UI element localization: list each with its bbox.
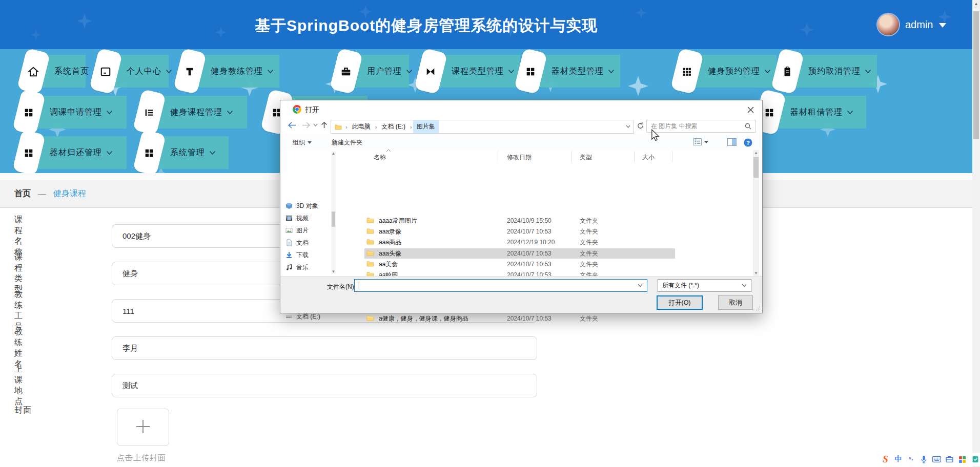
search-input[interactable]: 在 图片集 中搜索 — [646, 120, 756, 133]
file-date: 2024/10/7 10:53 — [507, 261, 552, 268]
breadcrumb-home[interactable]: 首页 — [14, 188, 31, 199]
user-menu[interactable]: admin — [877, 9, 946, 40]
nav-item-健身课程管理[interactable]: 健身课程管理 — [137, 96, 247, 129]
file-row-a健康，健身，健身课，健身商品[interactable]: a健康，健身，健身课，健身商品 2024/10/7 10:53 文件夹 — [364, 313, 675, 324]
column-date[interactable]: 修改日期 — [507, 153, 532, 162]
nav-item-健身教练管理[interactable]: 健身教练管理 — [178, 55, 279, 88]
column-name[interactable]: 名称 — [374, 153, 386, 162]
file-row-aaaa常用图片[interactable]: aaaa常用图片 2024/10/9 15:50 文件夹 — [364, 216, 675, 226]
tray-corner-icon[interactable] — [970, 454, 980, 465]
image-icon — [285, 227, 293, 234]
file-date: 2024/10/7 10:53 — [507, 315, 552, 322]
file-date: 2024/12/19 10:20 — [507, 239, 555, 246]
sidebar-item-图片[interactable]: 图片 — [285, 225, 309, 236]
new-folder-button[interactable]: 新建文件夹 — [332, 138, 362, 147]
forward-icon[interactable] — [302, 121, 311, 129]
nav-item-用户管理[interactable]: 用户管理 — [334, 55, 409, 88]
address-segment-此电脑[interactable]: 此电脑 — [349, 120, 374, 133]
cancel-button[interactable]: 取消 — [718, 295, 753, 310]
grid4-icon — [764, 107, 775, 118]
file-row-aaa头像[interactable]: aaa头像 2024/10/7 10:53 文件夹 — [364, 248, 675, 259]
address-segment-图片集[interactable]: 图片集 — [413, 120, 439, 133]
open-button[interactable]: 打开(O) — [657, 295, 703, 310]
nav-item-器材租借管理[interactable]: 器材租借管理 — [758, 96, 866, 129]
history-chevron-icon[interactable] — [313, 123, 318, 127]
sidebar-item-3D 对象[interactable]: 3D 对象 — [285, 201, 318, 211]
punctuation-icon[interactable]: °· — [906, 454, 916, 465]
chinese-mode-icon[interactable]: 中 — [893, 454, 903, 465]
folder-icon — [331, 124, 344, 130]
chevron-down-icon — [166, 69, 172, 74]
field-input-教练姓名[interactable]: 李月 — [112, 336, 537, 360]
username[interactable]: admin — [905, 19, 933, 31]
plus-icon — [142, 420, 144, 433]
dialog-titlebar[interactable]: 打开 — [280, 100, 762, 119]
page-scrollbar[interactable]: ▲ — [972, 0, 980, 467]
field-label: 教练姓名 — [14, 336, 23, 360]
clipboard-icon — [782, 66, 793, 77]
cube-icon — [285, 202, 293, 209]
resize-grip[interactable] — [755, 306, 760, 311]
view-mode-button[interactable] — [693, 138, 708, 145]
sidebar-item-视频[interactable]: 视频 — [285, 213, 309, 223]
address-bar[interactable]: › 此电脑› 文档 (E:)› 图片集 — [331, 120, 634, 134]
microphone-icon[interactable] — [919, 454, 929, 465]
breadcrumb-current[interactable]: 健身课程 — [53, 188, 86, 199]
nav-item-预约取消管理[interactable]: 预约取消管理 — [775, 55, 877, 88]
sidebar-item-文档 (E:)[interactable]: 文档 (E:) — [285, 311, 320, 322]
file-row-aaa录像[interactable]: aaa录像 2024/10/7 10:53 文件夹 — [364, 226, 675, 237]
download-icon — [285, 251, 293, 259]
refresh-icon[interactable] — [637, 122, 644, 130]
keyboard-icon[interactable] — [932, 454, 942, 465]
filename-input[interactable] — [354, 279, 647, 292]
text-caret — [358, 282, 358, 289]
sidebar-item-文档[interactable]: 文档 — [285, 238, 309, 248]
nav-item-label: 器材租借管理 — [790, 96, 853, 129]
file-row-aaa商品[interactable]: aaa商品 2024/12/19 10:20 文件夹 — [364, 237, 675, 247]
organize-button[interactable]: 组织 — [293, 138, 312, 147]
preview-pane-icon[interactable] — [727, 138, 737, 146]
toolbox-icon[interactable] — [945, 454, 954, 465]
cover-upload-box[interactable] — [117, 409, 169, 445]
folder-icon — [366, 228, 374, 234]
sidebar-item-下载[interactable]: 下载 — [285, 250, 309, 260]
up-icon[interactable] — [320, 121, 328, 129]
nav-item-个人中心[interactable]: 个人中心 — [94, 55, 169, 88]
nav-item-健身预约管理[interactable]: 健身预约管理 — [675, 55, 777, 88]
nav-item-系统首页[interactable]: 系统首页 — [22, 55, 86, 88]
doc-icon — [285, 239, 293, 246]
file-row-aa美食[interactable]: aa美食 2024/10/7 10:53 文件夹 — [364, 259, 675, 269]
grid-colors-icon[interactable] — [957, 454, 967, 465]
sidebar-scrollbar[interactable]: ▲ ▼ — [331, 151, 336, 274]
column-type[interactable]: 类型 — [580, 153, 592, 162]
nav-item-课程类型管理[interactable]: 课程类型管理 — [419, 55, 520, 88]
file-type-select[interactable]: 所有文件 (*.*) — [658, 279, 751, 292]
sogou-logo-icon[interactable]: S — [881, 454, 890, 465]
field-input-上课地点[interactable]: 测试 — [112, 374, 537, 397]
column-size[interactable]: 大小 — [642, 153, 655, 162]
nav-item-调课申请管理[interactable]: 调课申请管理 — [17, 96, 127, 129]
sidebar-item-音乐[interactable]: 音乐 — [285, 262, 309, 272]
chevron-down-icon — [406, 69, 413, 74]
chevron-down-icon — [227, 110, 233, 115]
nav-item-系统管理[interactable]: 系统管理 — [137, 136, 229, 169]
file-list-scrollbar[interactable]: ▲ ▼ — [753, 150, 759, 276]
cover-label: 封面 — [14, 405, 32, 416]
back-icon[interactable] — [288, 121, 296, 129]
close-icon[interactable] — [743, 103, 758, 116]
file-open-dialog: 打开 › 此电脑› 文档 (E:)› 图片集 在 图片集 中搜索 — [280, 100, 763, 313]
file-date: 2024/10/9 15:50 — [507, 217, 552, 224]
address-dropdown-icon[interactable] — [626, 125, 630, 129]
nav-item-器材类型管理[interactable]: 器材类型管理 — [519, 55, 620, 88]
file-type: 文件夹 — [580, 260, 598, 269]
chevron-down-icon — [704, 141, 708, 143]
search-icon — [745, 123, 751, 130]
address-segment-文档 (E:)[interactable]: 文档 (E:) — [378, 120, 409, 133]
avatar[interactable] — [877, 14, 899, 35]
ime-toolbar: S中°· — [881, 453, 980, 466]
dialog-title: 打开 — [305, 105, 319, 115]
help-icon[interactable]: ? — [744, 138, 752, 147]
nav-item-器材归还管理[interactable]: 器材归还管理 — [17, 136, 127, 169]
dialog-toolbar: 组织 新建文件夹 ? — [280, 134, 762, 151]
grid4-icon — [23, 107, 34, 118]
